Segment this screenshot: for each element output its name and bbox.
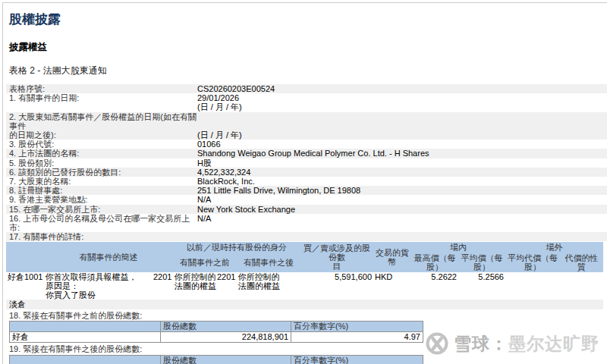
average-price-cell: 5.2566 [458,272,505,300]
field-row: 15. 在哪一家交易所上市:New York Stock Exchange [6,205,607,214]
field-label: 5. 股份類別: [9,158,197,168]
field-row: 表格序號:CS20260203E00524 [6,84,607,93]
col-shares-involved: 買／賣或涉及的股份數 目 [300,242,373,272]
page-subtitle: 披露權益 [9,41,607,54]
field-label [9,102,197,111]
field-value: Shandong Weigao Group Medical Polymer Co… [197,149,429,158]
col-average-price: 平均價（每 股） [458,253,505,272]
field-row: 2. 大股東知悉有關事件／股份權益的日期(如在有關事件的日期之後):(日 / 月… [6,112,607,140]
event-details-table: 有關事件的簡述 以前／現時持有股份的身分 買／賣或涉及的股份數 目 交易的貨 幣… [6,242,603,309]
field-row: 5. 股份類別:H股 [6,158,607,168]
col-percentage: 百分率數字(%) [291,355,423,364]
col-blank [10,355,161,364]
field-label: 表格序號: [9,84,197,93]
field-value: N/A [197,214,211,232]
position-label: 好倉 [10,332,161,343]
field-value: H股 [197,158,212,168]
field-label: 9. 香港主要營業地點: [9,195,197,204]
col-position [6,242,44,272]
field-value: BlackRock, Inc. [197,177,255,186]
form-title: 表格 2 - 法團大股東通知 [9,64,607,77]
field-label: 4. 上市法團的名稱: [9,149,197,158]
capacity-after-cell: 2201 你所控制的 法團的權益 [237,272,300,300]
totals-before-label: 18. 緊接在有關事件之前的股份總數: [9,311,607,321]
col-total-shares: 股份總數 [161,322,291,332]
short-position-label: 淡倉 [6,300,603,309]
field-row: 9. 香港主要營業地點:N/A [6,195,607,204]
col-consideration-nature: 代價的性質 [560,253,603,272]
totals-before-table: 股份總數 百分率數字(%) 好倉 224,818,901 4.97 [9,321,423,343]
col-after-event: 有關事件之後 [237,253,300,272]
col-total-shares: 股份總數 [161,355,291,364]
field-value: New York Stock Exchange [197,205,295,214]
col-group-on-market: 場內 [411,242,505,253]
col-group-capacity: 以前／現時持有股份的身分 [173,242,300,253]
field-row: 6. 該類別的已發行股份的數目:4,522,332,324 [6,168,607,177]
page-title: 股權披露 [9,11,607,28]
shares-involved-cell: 5,591,600 [300,272,373,300]
field-row: 3. 股份代號:01066 [6,140,607,149]
avg-consideration-cell [505,272,560,300]
field-value: (日 / 月 / 年) [197,130,242,140]
field-label: 3. 股份代號: [9,140,197,149]
field-value: CS20260203E00524 [197,84,275,93]
field-row: 4. 上市法團的名稱:Shandong Weigao Group Medical… [6,149,607,158]
form-fields: 表格序號:CS20260203E005241. 有關事件的日期:29/01/20… [6,84,607,241]
field-label: 6. 該類別的已發行股份的數目: [9,168,197,177]
field-label: 15. 在哪一家交易所上市: [9,205,197,214]
table-row: 好倉 224,818,901 4.97 [10,332,423,343]
field-value: 4,522,332,324 [197,168,250,177]
percentage-value: 4.97 [291,332,423,343]
xueqiu-logo-icon [425,331,449,356]
col-currency: 交易的貨 幣 [373,242,411,272]
field-label: 17. 有關事件的詳情: [9,232,197,241]
field-row: 7. 大股東的名稱:BlackRock, Inc. [6,177,607,186]
field-label: 16. 上市母公司的名稱及母公司在哪一家交易所上市: [9,214,197,232]
col-percentage: 百分率數字(%) [291,322,423,332]
field-label: 7. 大股東的名稱: [9,177,197,186]
long-position-row: 好倉 1001 你首次取得須具報權益， 原因是： 你買入了股份 2201 你所控… [6,272,603,300]
col-event-brief: 有關事件的簡述 [44,242,173,272]
xueqiu-watermark: 雪球：墨尔达旷野 [425,331,599,356]
currency-cell: HKD [373,272,411,300]
col-avg-consideration: 平均代價（每 股） [505,253,560,272]
field-row: 8. 註冊辦事處:251 Little Falls Drive, Wilming… [6,186,607,195]
field-row: 17. 有關事件的詳情: [6,232,607,241]
field-label: 8. 註冊辦事處: [9,186,197,195]
total-shares-value: 224,818,901 [161,332,291,343]
col-blank [10,322,161,332]
field-value: 251 Little Falls Drive, Wilmington, DE 1… [197,186,360,195]
field-label: 的日期之後): [9,130,197,140]
col-before-event: 有關事件之前 [173,253,237,272]
highest-price-cell: 5.2622 [411,272,458,300]
field-label: 2. 大股東知悉有關事件／股份權益的日期(如在有關事件 [9,112,197,130]
disclosure-form-page: 股權披露 披露權益 表格 2 - 法團大股東通知 表格序號:CS20260203… [2,2,607,364]
field-value: 29/01/2026 [197,93,239,102]
col-highest-price: 最高價（每 股） [411,253,458,272]
field-row: 1. 有關事件的日期:29/01/2026(日 / 月 / 年) [6,93,607,111]
totals-after-table: 股份總數 百分率數字(%) 好倉 230,410,501 5.09 [9,355,423,364]
field-value: (日 / 月 / 年) [197,102,242,111]
field-row: 16. 上市母公司的名稱及母公司在哪一家交易所上市:N/A [6,214,607,232]
field-label: 1. 有關事件的日期: [9,93,197,102]
watermark-name: 墨尔达旷野 [508,334,599,353]
field-value: N/A [197,195,211,204]
watermark-prefix: 雪球： [454,334,508,353]
field-value: 01066 [197,140,221,149]
consideration-nature-cell [560,272,603,300]
short-position-row: 淡倉 [6,300,603,309]
col-group-off-market: 場外 [505,242,603,253]
